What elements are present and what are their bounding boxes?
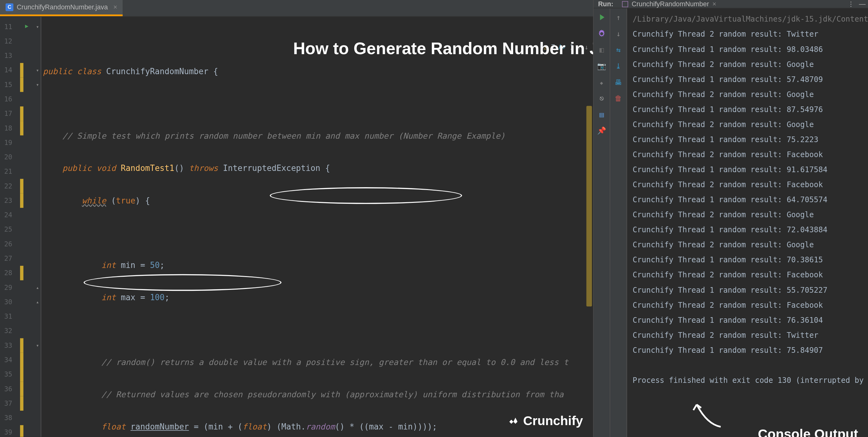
gutter-marker: ▾ <box>20 77 41 92</box>
console-line: Crunchify Thread 1 random result: 64.705… <box>632 192 868 207</box>
fold-start-icon[interactable]: ▾ <box>36 343 39 348</box>
exit-icon[interactable]: ⎋ <box>597 94 606 102</box>
console-line: Crunchify Thread 1 random result: 70.386… <box>632 252 868 267</box>
code-line: public void RandomTest1() throws Interru… <box>43 161 593 175</box>
run-config-name: CrunchifyRandomNumber <box>631 0 709 8</box>
code-line <box>43 226 593 240</box>
dump-icon[interactable]: ⬥ <box>597 77 606 86</box>
gutter-marker <box>20 164 41 179</box>
run-tool-window: Run: CrunchifyRandomNumber × ⋮ — ◧ 📷 ⬥ ⎋… <box>593 0 868 437</box>
minimize-icon[interactable]: — <box>859 0 866 8</box>
console-line: Crunchify Thread 1 random result: 91.617… <box>632 162 868 177</box>
code-line: int max = 100; <box>43 290 593 305</box>
layout-icon[interactable]: ▤ <box>597 110 606 119</box>
line-number: 31 <box>0 309 20 324</box>
up-icon[interactable]: ↑ <box>614 13 623 22</box>
gutter-marker <box>20 135 41 150</box>
console-line: Crunchify Thread 1 random result: 75.849… <box>632 343 868 358</box>
console-line: Crunchify Thread 2 random result: Google <box>632 207 868 222</box>
gutter-marker <box>20 309 41 324</box>
fold-start-icon[interactable]: ▾ <box>36 67 39 73</box>
line-number: 18 <box>0 121 20 135</box>
gutter-marker <box>20 150 41 164</box>
console-line: Crunchify Thread 2 random result: Google <box>632 57 868 72</box>
gutter-marker: ▴ <box>20 295 41 309</box>
tab-label: CrunchifyRandomNumber.java <box>17 3 108 11</box>
fold-end-icon[interactable]: ▴ <box>36 285 39 290</box>
line-number: 21 <box>0 164 20 179</box>
line-number: 33 <box>0 338 20 352</box>
console-line: Crunchify Thread 1 random result: 72.043… <box>632 222 868 237</box>
console-line: Crunchify Thread 1 random result: 75.222… <box>632 132 868 147</box>
gutter-marker <box>20 121 41 135</box>
scroll-icon[interactable]: ⤓ <box>614 61 623 70</box>
run-class-icon[interactable]: ▶ <box>25 23 29 29</box>
run-label: Run: <box>598 0 613 8</box>
line-number: 32 <box>0 324 20 338</box>
gutter-marker <box>20 222 41 237</box>
gutter-marker: ▴ <box>20 280 41 294</box>
more-icon[interactable]: ⋮ <box>848 0 854 8</box>
line-number: 24 <box>0 208 20 222</box>
close-icon[interactable]: × <box>113 3 117 11</box>
editor-tab[interactable]: C CrunchifyRandomNumber.java × <box>0 0 123 16</box>
fold-start-icon[interactable]: ▾ <box>36 24 39 30</box>
console-path-line: /Library/Java/JavaVirtualMachines/jdk-15… <box>632 11 868 27</box>
editor-scrollbar[interactable] <box>587 106 592 307</box>
code-line: // Returned values are chosen pseudorand… <box>43 387 593 402</box>
gutter-marker <box>20 425 41 437</box>
clear-icon[interactable]: 🗑 <box>614 94 623 102</box>
run-header: Run: CrunchifyRandomNumber × ⋮ — <box>594 0 868 8</box>
code-line: // random() returns a double value with … <box>43 355 593 369</box>
line-number: 17 <box>0 106 20 121</box>
code-line <box>43 323 593 337</box>
line-number: 16 <box>0 92 20 106</box>
wrap-icon[interactable]: ⇆ <box>614 45 623 54</box>
line-number: 39 <box>0 425 20 437</box>
code-line: // Simple test which prints random numbe… <box>43 129 593 143</box>
line-number: 27 <box>0 251 20 266</box>
annotation-ellipse-2 <box>84 274 281 291</box>
crunchify-logo-icon <box>507 415 520 427</box>
gutter-marker: ▾ <box>20 63 41 77</box>
rerun-icon[interactable] <box>597 13 606 22</box>
gutter-marker <box>20 396 41 411</box>
editor-pane: C CrunchifyRandomNumber.java × 111213141… <box>0 0 593 437</box>
run-toolbar-secondary: ↑ ↓ ⇆ ⤓ 🖶 🗑 <box>610 8 627 437</box>
fold-start-icon[interactable]: ▾ <box>36 82 39 88</box>
fold-end-icon[interactable]: ▴ <box>36 299 39 305</box>
gutter-marker <box>20 34 41 49</box>
console-output[interactable]: /Library/Java/JavaVirtualMachines/jdk-15… <box>627 8 868 437</box>
code-content[interactable]: How to Generate Random Number in Java wi… <box>41 17 593 437</box>
stop-icon[interactable]: ◧ <box>597 45 606 54</box>
run-config-icon <box>622 1 628 7</box>
code-line: while (true) { <box>43 193 593 208</box>
gutter-marker <box>20 251 41 266</box>
line-number: 14 <box>0 63 20 77</box>
print-icon[interactable]: 🖶 <box>614 77 623 86</box>
code-area: 1112131415161718192021222324252627282930… <box>0 17 593 437</box>
camera-icon[interactable]: 📷 <box>597 61 606 70</box>
console-output-label: Console Output <box>758 426 858 437</box>
console-line: Crunchify Thread 1 random result: 55.705… <box>632 282 868 298</box>
console-line: Crunchify Thread 2 random result: Google <box>632 117 868 132</box>
console-line: Crunchify Thread 1 random result: 98.034… <box>632 42 868 57</box>
close-icon[interactable]: × <box>712 0 716 8</box>
console-line: Crunchify Thread 2 random result: Facebo… <box>632 298 868 313</box>
code-line: public class CrunchifyRandomNumber { <box>43 64 593 79</box>
pin-icon[interactable]: 📌 <box>597 126 606 135</box>
line-number: 29 <box>0 280 20 294</box>
editor-tab-bar: C CrunchifyRandomNumber.java × <box>0 0 593 17</box>
line-number: 19 <box>0 135 20 150</box>
line-number: 37 <box>0 396 20 411</box>
gutter-marker <box>20 49 41 63</box>
gutter-marker <box>20 411 41 425</box>
down-icon[interactable]: ↓ <box>614 29 623 38</box>
console-exit-line: Process finished with exit code 130 (int… <box>632 373 868 388</box>
console-line: Crunchify Thread 1 random result: 76.361… <box>632 313 868 328</box>
code-line <box>43 96 593 111</box>
settings-icon[interactable] <box>597 29 606 38</box>
line-number: 11 <box>0 20 20 34</box>
code-line: int min = 50; <box>43 258 593 272</box>
run-config-tab[interactable]: CrunchifyRandomNumber × <box>619 0 720 8</box>
